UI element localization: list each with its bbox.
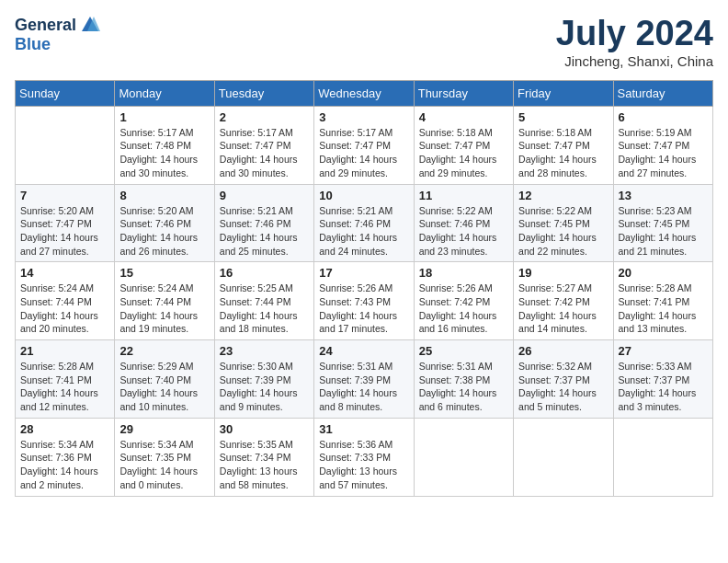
calendar-table: SundayMondayTuesdayWednesdayThursdayFrid… [15,80,713,497]
day-info: Sunrise: 5:17 AM Sunset: 7:47 PM Dayligh… [220,126,309,180]
day-info: Sunrise: 5:18 AM Sunset: 7:47 PM Dayligh… [419,126,508,180]
day-number: 15 [119,266,209,280]
calendar-cell: 6Sunrise: 5:19 AM Sunset: 7:47 PM Daylig… [613,106,712,184]
day-number: 17 [319,266,408,280]
day-info: Sunrise: 5:34 AM Sunset: 7:35 PM Dayligh… [119,438,209,492]
calendar-cell [613,418,712,496]
calendar-cell: 11Sunrise: 5:22 AM Sunset: 7:46 PM Dayli… [414,184,513,262]
day-info: Sunrise: 5:21 AM Sunset: 7:46 PM Dayligh… [220,204,309,259]
day-info: Sunrise: 5:36 AM Sunset: 7:33 PM Dayligh… [319,438,408,492]
calendar-cell: 2Sunrise: 5:17 AM Sunset: 7:47 PM Daylig… [214,106,313,184]
day-number: 8 [119,189,209,202]
weekday-header-row: SundayMondayTuesdayWednesdayThursdayFrid… [16,80,713,106]
calendar-cell: 18Sunrise: 5:26 AM Sunset: 7:42 PM Dayli… [414,262,513,340]
weekday-header: Wednesday [314,80,414,106]
day-number: 29 [119,422,209,436]
title-area: July 2024 Jincheng, Shanxi, China [556,15,713,69]
day-info: Sunrise: 5:21 AM Sunset: 7:46 PM Dayligh… [319,204,408,259]
day-number: 11 [419,189,508,202]
page-header: General Blue July 2024 Jincheng, Shanxi,… [15,15,713,69]
day-number: 10 [319,189,408,202]
calendar-cell: 7Sunrise: 5:20 AM Sunset: 7:47 PM Daylig… [16,184,115,262]
day-info: Sunrise: 5:17 AM Sunset: 7:48 PM Dayligh… [119,126,209,180]
day-info: Sunrise: 5:29 AM Sunset: 7:40 PM Dayligh… [119,360,209,414]
calendar-cell: 30Sunrise: 5:35 AM Sunset: 7:34 PM Dayli… [214,418,313,496]
calendar-cell: 23Sunrise: 5:30 AM Sunset: 7:39 PM Dayli… [214,340,313,419]
day-info: Sunrise: 5:27 AM Sunset: 7:42 PM Dayligh… [518,282,608,336]
calendar-week-row: 21Sunrise: 5:28 AM Sunset: 7:41 PM Dayli… [16,340,713,419]
day-info: Sunrise: 5:19 AM Sunset: 7:47 PM Dayligh… [619,126,708,180]
day-number: 1 [119,110,209,124]
day-info: Sunrise: 5:24 AM Sunset: 7:44 PM Dayligh… [20,282,109,336]
day-info: Sunrise: 5:22 AM Sunset: 7:46 PM Dayligh… [419,204,508,259]
calendar-cell [16,106,115,184]
weekday-header: Thursday [414,80,513,106]
calendar-cell: 8Sunrise: 5:20 AM Sunset: 7:46 PM Daylig… [115,184,214,262]
calendar-cell: 20Sunrise: 5:28 AM Sunset: 7:41 PM Dayli… [613,262,712,340]
day-number: 27 [619,344,708,358]
calendar-week-row: 7Sunrise: 5:20 AM Sunset: 7:47 PM Daylig… [16,184,713,262]
calendar-cell: 27Sunrise: 5:33 AM Sunset: 7:37 PM Dayli… [613,340,712,419]
day-info: Sunrise: 5:17 AM Sunset: 7:47 PM Dayligh… [319,126,408,180]
weekday-header: Tuesday [214,80,313,106]
day-info: Sunrise: 5:35 AM Sunset: 7:34 PM Dayligh… [220,438,309,492]
day-number: 31 [319,422,408,436]
logo: General Blue [15,15,102,54]
calendar-week-row: 14Sunrise: 5:24 AM Sunset: 7:44 PM Dayli… [16,262,713,340]
day-number: 7 [20,189,109,202]
day-number: 25 [419,344,508,358]
day-number: 21 [20,344,109,358]
day-info: Sunrise: 5:20 AM Sunset: 7:47 PM Dayligh… [20,204,109,259]
day-number: 24 [319,344,408,358]
day-number: 16 [220,266,309,280]
day-info: Sunrise: 5:25 AM Sunset: 7:44 PM Dayligh… [220,282,309,336]
calendar-cell: 1Sunrise: 5:17 AM Sunset: 7:48 PM Daylig… [115,106,214,184]
calendar-cell: 13Sunrise: 5:23 AM Sunset: 7:45 PM Dayli… [613,184,712,262]
day-number: 20 [619,266,708,280]
weekday-header: Monday [115,80,214,106]
calendar-cell: 15Sunrise: 5:24 AM Sunset: 7:44 PM Dayli… [115,262,214,340]
location: Jincheng, Shanxi, China [556,53,713,69]
day-info: Sunrise: 5:34 AM Sunset: 7:36 PM Dayligh… [20,438,109,492]
day-number: 22 [119,344,209,358]
day-number: 12 [518,189,608,202]
day-number: 3 [319,110,408,124]
day-number: 4 [419,110,508,124]
logo-general-text: General [15,16,76,35]
calendar-cell: 31Sunrise: 5:36 AM Sunset: 7:33 PM Dayli… [314,418,414,496]
day-number: 19 [518,266,608,280]
day-info: Sunrise: 5:32 AM Sunset: 7:37 PM Dayligh… [518,360,608,414]
day-info: Sunrise: 5:28 AM Sunset: 7:41 PM Dayligh… [619,282,708,336]
day-number: 14 [20,266,109,280]
day-info: Sunrise: 5:22 AM Sunset: 7:45 PM Dayligh… [518,204,608,259]
day-info: Sunrise: 5:20 AM Sunset: 7:46 PM Dayligh… [119,204,209,259]
calendar-cell: 24Sunrise: 5:31 AM Sunset: 7:39 PM Dayli… [314,340,414,419]
weekday-header: Sunday [16,80,115,106]
calendar-cell: 25Sunrise: 5:31 AM Sunset: 7:38 PM Dayli… [414,340,513,419]
calendar-cell: 10Sunrise: 5:21 AM Sunset: 7:46 PM Dayli… [314,184,414,262]
day-number: 26 [518,344,608,358]
day-info: Sunrise: 5:23 AM Sunset: 7:45 PM Dayligh… [619,204,708,259]
calendar-cell: 4Sunrise: 5:18 AM Sunset: 7:47 PM Daylig… [414,106,513,184]
calendar-cell: 9Sunrise: 5:21 AM Sunset: 7:46 PM Daylig… [214,184,313,262]
calendar-cell: 21Sunrise: 5:28 AM Sunset: 7:41 PM Dayli… [16,340,115,419]
calendar-week-row: 1Sunrise: 5:17 AM Sunset: 7:48 PM Daylig… [16,106,713,184]
day-number: 9 [220,189,309,202]
day-number: 18 [419,266,508,280]
calendar-cell: 19Sunrise: 5:27 AM Sunset: 7:42 PM Dayli… [514,262,613,340]
calendar-cell: 22Sunrise: 5:29 AM Sunset: 7:40 PM Dayli… [115,340,214,419]
calendar-cell: 17Sunrise: 5:26 AM Sunset: 7:43 PM Dayli… [314,262,414,340]
day-info: Sunrise: 5:30 AM Sunset: 7:39 PM Dayligh… [220,360,309,414]
calendar-week-row: 28Sunrise: 5:34 AM Sunset: 7:36 PM Dayli… [16,418,713,496]
weekday-header: Saturday [613,80,712,106]
calendar-cell: 16Sunrise: 5:25 AM Sunset: 7:44 PM Dayli… [214,262,313,340]
calendar-cell: 12Sunrise: 5:22 AM Sunset: 7:45 PM Dayli… [514,184,613,262]
logo-blue-text: Blue [15,35,51,54]
calendar-cell: 28Sunrise: 5:34 AM Sunset: 7:36 PM Dayli… [16,418,115,496]
calendar-cell: 5Sunrise: 5:18 AM Sunset: 7:47 PM Daylig… [514,106,613,184]
day-info: Sunrise: 5:24 AM Sunset: 7:44 PM Dayligh… [119,282,209,336]
logo-icon [80,15,100,35]
weekday-header: Friday [514,80,613,106]
calendar-cell [414,418,513,496]
day-info: Sunrise: 5:33 AM Sunset: 7:37 PM Dayligh… [619,360,708,414]
